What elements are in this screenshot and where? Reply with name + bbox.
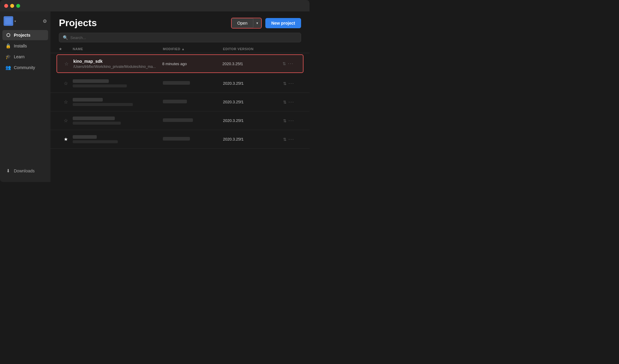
user-avatar-dropdown[interactable]: ▾	[4, 16, 16, 26]
sidebar-top: ▾ ⚙	[0, 14, 50, 30]
main-header: Projects Open ▾ New project	[50, 11, 310, 32]
col-name	[73, 79, 163, 87]
col-modified	[163, 100, 223, 104]
col-version-header: EDITOR VERSION	[223, 47, 283, 51]
project-name: kino_map_sdk	[73, 59, 162, 64]
more-options-icon[interactable]: ···	[288, 118, 294, 123]
sidebar-item-projects[interactable]: ⬡ Projects	[2, 30, 48, 40]
table-row[interactable]: ☆ kino_map_sdk /Users/trbflxr/Work/kino_…	[56, 54, 303, 73]
search-input[interactable]	[70, 35, 297, 40]
search-bar-container: 🔍	[50, 32, 310, 45]
version-stepper-icon[interactable]: ⇅	[282, 61, 286, 66]
sidebar-item-downloads[interactable]: ⬇ Downloads	[2, 166, 48, 176]
star-icon[interactable]: ☆	[64, 99, 68, 105]
maximize-button[interactable]	[16, 4, 20, 8]
col-name	[73, 117, 163, 125]
blurred-path	[73, 140, 118, 143]
star-icon[interactable]: ☆	[64, 80, 68, 86]
sidebar-item-label: Installs	[14, 44, 27, 48]
col-modified: 8 minutes ago	[162, 62, 222, 66]
star-icon[interactable]: ☆	[64, 118, 68, 123]
table-row[interactable]: ☆ 2020.3.25f1 ⇅ ···	[50, 93, 310, 111]
table-row[interactable]: ★ 2020.3.25f1 ⇅ ···	[50, 130, 310, 149]
sidebar: ▾ ⚙ ⬡ Projects 🔒 Installs 🎓 Learn	[0, 11, 50, 182]
col-actions: ⇅ ···	[283, 81, 301, 86]
col-version: 2020.3.25f1	[223, 100, 283, 104]
gear-icon[interactable]: ⚙	[43, 18, 47, 24]
avatar-inner	[5, 18, 12, 24]
blurred-path	[73, 122, 121, 125]
col-name	[73, 135, 163, 143]
app-window: ▾ ⚙ ⬡ Projects 🔒 Installs 🎓 Learn	[0, 0, 310, 182]
blurred-name	[73, 117, 115, 120]
projects-table: ★ NAME MODIFIED ▲ EDITOR VERSION ☆	[50, 45, 310, 182]
avatar	[4, 16, 13, 26]
close-button[interactable]	[4, 4, 8, 8]
col-name-header: NAME	[73, 47, 163, 51]
main-content: Projects Open ▾ New project 🔍	[50, 11, 310, 182]
header-actions: Open ▾ New project	[231, 18, 301, 29]
new-project-button[interactable]: New project	[265, 18, 301, 28]
blurred-time	[163, 118, 193, 122]
more-options-icon[interactable]: ···	[288, 81, 294, 86]
sidebar-bottom: ⬇ Downloads	[0, 163, 50, 179]
minimize-button[interactable]	[10, 4, 14, 8]
col-name	[73, 98, 163, 106]
col-version: 2020.3.25f1	[222, 62, 282, 66]
sidebar-item-label: Projects	[14, 33, 30, 38]
col-modified	[163, 118, 223, 123]
col-version: 2020.3.25f1	[223, 118, 283, 123]
version-stepper-icon[interactable]: ⇅	[283, 137, 287, 142]
page-title: Projects	[59, 17, 97, 29]
sidebar-item-community[interactable]: 👥 Community	[2, 62, 48, 73]
col-actions: ⇅ ···	[283, 118, 301, 123]
blurred-time	[163, 81, 190, 85]
version-stepper-icon[interactable]: ⇅	[283, 81, 287, 86]
open-button-group: Open ▾	[231, 18, 261, 29]
community-icon: 👥	[5, 65, 11, 70]
chevron-down-icon: ▾	[14, 20, 16, 23]
col-name: kino_map_sdk /Users/trbflxr/Work/kino_pr…	[73, 59, 162, 69]
col-actions-header	[283, 47, 301, 51]
col-version: 2020.3.25f1	[223, 137, 283, 141]
project-path: /Users/trbflxr/Work/kino_private/Modules…	[73, 65, 162, 69]
chevron-down-icon: ▾	[256, 21, 258, 25]
blurred-time	[163, 137, 190, 141]
star-icon[interactable]: ☆	[64, 61, 69, 67]
table-header: ★ NAME MODIFIED ▲ EDITOR VERSION	[50, 45, 310, 53]
blurred-time	[163, 100, 187, 103]
sidebar-item-learn[interactable]: 🎓 Learn	[2, 52, 48, 62]
blurred-name	[73, 79, 109, 83]
search-bar: 🔍	[59, 33, 301, 42]
col-modified	[163, 137, 223, 141]
sidebar-item-label: Downloads	[14, 168, 35, 173]
open-button[interactable]: Open	[232, 18, 253, 28]
table-row[interactable]: ☆ 2020.3.25f1 ⇅ ···	[50, 111, 310, 130]
sidebar-item-installs[interactable]: 🔒 Installs	[2, 41, 48, 51]
more-options-icon[interactable]: ···	[288, 137, 294, 142]
col-star: ☆	[59, 118, 73, 123]
col-modified	[163, 81, 223, 86]
version-stepper-icon[interactable]: ⇅	[283, 100, 287, 105]
blurred-name	[73, 135, 97, 139]
col-actions: ⇅ ···	[283, 99, 301, 105]
version-stepper-icon[interactable]: ⇅	[283, 118, 287, 123]
lock-icon: 🔒	[5, 43, 11, 49]
table-row[interactable]: ☆ 2020.3.25f1 ⇅ ···	[50, 74, 310, 93]
titlebar	[0, 0, 310, 11]
star-icon[interactable]: ★	[64, 136, 68, 142]
projects-icon: ⬡	[5, 32, 11, 38]
more-options-icon[interactable]: ···	[288, 99, 294, 105]
star-header-icon: ★	[59, 47, 62, 51]
learn-icon: 🎓	[5, 54, 11, 59]
col-modified-header: MODIFIED ▲	[163, 47, 223, 51]
blurred-path	[73, 103, 133, 106]
col-star: ☆	[59, 99, 73, 105]
sort-asc-icon: ▲	[181, 47, 185, 51]
open-dropdown-button[interactable]: ▾	[253, 19, 261, 28]
content-area: ▾ ⚙ ⬡ Projects 🔒 Installs 🎓 Learn	[0, 11, 310, 182]
col-star: ☆	[59, 80, 73, 86]
more-options-icon[interactable]: ···	[288, 61, 294, 66]
col-star: ☆	[59, 61, 73, 67]
col-actions: ⇅ ···	[283, 137, 301, 142]
